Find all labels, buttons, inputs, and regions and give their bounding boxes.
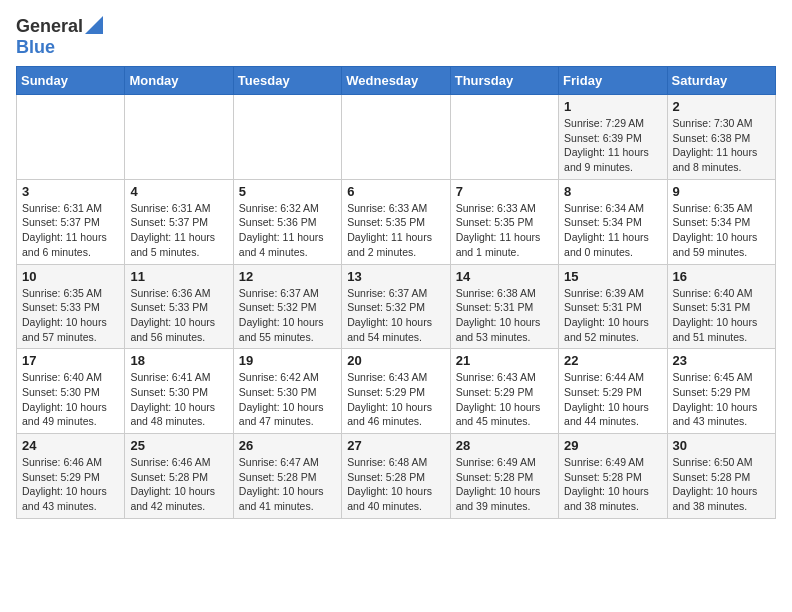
day-info: Sunrise: 7:29 AM Sunset: 6:39 PM Dayligh… [564,116,661,175]
calendar-cell: 2Sunrise: 7:30 AM Sunset: 6:38 PM Daylig… [667,95,775,180]
day-number: 21 [456,353,553,368]
week-row-5: 24Sunrise: 6:46 AM Sunset: 5:29 PM Dayli… [17,434,776,519]
week-row-2: 3Sunrise: 6:31 AM Sunset: 5:37 PM Daylig… [17,179,776,264]
calendar-cell: 5Sunrise: 6:32 AM Sunset: 5:36 PM Daylig… [233,179,341,264]
day-number: 8 [564,184,661,199]
day-info: Sunrise: 6:35 AM Sunset: 5:33 PM Dayligh… [22,286,119,345]
day-info: Sunrise: 6:40 AM Sunset: 5:31 PM Dayligh… [673,286,770,345]
logo-blue-text: Blue [16,37,55,57]
calendar-cell: 3Sunrise: 6:31 AM Sunset: 5:37 PM Daylig… [17,179,125,264]
day-number: 26 [239,438,336,453]
day-info: Sunrise: 6:39 AM Sunset: 5:31 PM Dayligh… [564,286,661,345]
header-day-wednesday: Wednesday [342,67,450,95]
week-row-1: 1Sunrise: 7:29 AM Sunset: 6:39 PM Daylig… [17,95,776,180]
day-number: 16 [673,269,770,284]
logo-general-text: General [16,16,83,37]
calendar-cell: 19Sunrise: 6:42 AM Sunset: 5:30 PM Dayli… [233,349,341,434]
day-info: Sunrise: 6:31 AM Sunset: 5:37 PM Dayligh… [130,201,227,260]
day-number: 4 [130,184,227,199]
day-number: 29 [564,438,661,453]
calendar-cell [125,95,233,180]
calendar-cell: 23Sunrise: 6:45 AM Sunset: 5:29 PM Dayli… [667,349,775,434]
day-number: 17 [22,353,119,368]
calendar-cell: 14Sunrise: 6:38 AM Sunset: 5:31 PM Dayli… [450,264,558,349]
day-info: Sunrise: 6:47 AM Sunset: 5:28 PM Dayligh… [239,455,336,514]
header-day-sunday: Sunday [17,67,125,95]
day-number: 2 [673,99,770,114]
day-info: Sunrise: 6:49 AM Sunset: 5:28 PM Dayligh… [456,455,553,514]
day-info: Sunrise: 6:49 AM Sunset: 5:28 PM Dayligh… [564,455,661,514]
day-number: 24 [22,438,119,453]
calendar-cell: 27Sunrise: 6:48 AM Sunset: 5:28 PM Dayli… [342,434,450,519]
day-number: 18 [130,353,227,368]
calendar-cell: 11Sunrise: 6:36 AM Sunset: 5:33 PM Dayli… [125,264,233,349]
calendar-cell: 22Sunrise: 6:44 AM Sunset: 5:29 PM Dayli… [559,349,667,434]
day-info: Sunrise: 6:48 AM Sunset: 5:28 PM Dayligh… [347,455,444,514]
day-info: Sunrise: 6:32 AM Sunset: 5:36 PM Dayligh… [239,201,336,260]
calendar-cell: 21Sunrise: 6:43 AM Sunset: 5:29 PM Dayli… [450,349,558,434]
header-day-thursday: Thursday [450,67,558,95]
calendar-cell: 6Sunrise: 6:33 AM Sunset: 5:35 PM Daylig… [342,179,450,264]
day-number: 23 [673,353,770,368]
page-header: General Blue [16,16,776,58]
calendar-cell: 29Sunrise: 6:49 AM Sunset: 5:28 PM Dayli… [559,434,667,519]
day-number: 14 [456,269,553,284]
calendar-cell [17,95,125,180]
day-info: Sunrise: 6:36 AM Sunset: 5:33 PM Dayligh… [130,286,227,345]
calendar-cell: 26Sunrise: 6:47 AM Sunset: 5:28 PM Dayli… [233,434,341,519]
day-info: Sunrise: 6:45 AM Sunset: 5:29 PM Dayligh… [673,370,770,429]
day-info: Sunrise: 6:38 AM Sunset: 5:31 PM Dayligh… [456,286,553,345]
day-number: 12 [239,269,336,284]
calendar-table: SundayMondayTuesdayWednesdayThursdayFrid… [16,66,776,519]
calendar-cell: 7Sunrise: 6:33 AM Sunset: 5:35 PM Daylig… [450,179,558,264]
day-info: Sunrise: 6:50 AM Sunset: 5:28 PM Dayligh… [673,455,770,514]
day-info: Sunrise: 6:46 AM Sunset: 5:29 PM Dayligh… [22,455,119,514]
calendar-header: SundayMondayTuesdayWednesdayThursdayFrid… [17,67,776,95]
logo-triangle-icon [85,16,103,34]
calendar-cell [233,95,341,180]
day-info: Sunrise: 6:41 AM Sunset: 5:30 PM Dayligh… [130,370,227,429]
day-info: Sunrise: 6:33 AM Sunset: 5:35 PM Dayligh… [456,201,553,260]
calendar-cell [450,95,558,180]
day-info: Sunrise: 7:30 AM Sunset: 6:38 PM Dayligh… [673,116,770,175]
week-row-4: 17Sunrise: 6:40 AM Sunset: 5:30 PM Dayli… [17,349,776,434]
calendar-cell: 9Sunrise: 6:35 AM Sunset: 5:34 PM Daylig… [667,179,775,264]
day-number: 28 [456,438,553,453]
day-info: Sunrise: 6:34 AM Sunset: 5:34 PM Dayligh… [564,201,661,260]
calendar-cell: 1Sunrise: 7:29 AM Sunset: 6:39 PM Daylig… [559,95,667,180]
calendar-cell: 24Sunrise: 6:46 AM Sunset: 5:29 PM Dayli… [17,434,125,519]
day-info: Sunrise: 6:44 AM Sunset: 5:29 PM Dayligh… [564,370,661,429]
header-day-friday: Friday [559,67,667,95]
calendar-cell: 8Sunrise: 6:34 AM Sunset: 5:34 PM Daylig… [559,179,667,264]
calendar-cell: 25Sunrise: 6:46 AM Sunset: 5:28 PM Dayli… [125,434,233,519]
day-number: 11 [130,269,227,284]
calendar-cell: 13Sunrise: 6:37 AM Sunset: 5:32 PM Dayli… [342,264,450,349]
week-row-3: 10Sunrise: 6:35 AM Sunset: 5:33 PM Dayli… [17,264,776,349]
day-number: 9 [673,184,770,199]
logo: General Blue [16,16,103,58]
header-day-saturday: Saturday [667,67,775,95]
header-day-monday: Monday [125,67,233,95]
day-number: 19 [239,353,336,368]
calendar-cell: 20Sunrise: 6:43 AM Sunset: 5:29 PM Dayli… [342,349,450,434]
svg-marker-0 [85,16,103,34]
day-number: 1 [564,99,661,114]
day-number: 13 [347,269,444,284]
day-number: 7 [456,184,553,199]
day-number: 15 [564,269,661,284]
day-info: Sunrise: 6:46 AM Sunset: 5:28 PM Dayligh… [130,455,227,514]
calendar-cell: 15Sunrise: 6:39 AM Sunset: 5:31 PM Dayli… [559,264,667,349]
calendar-cell: 10Sunrise: 6:35 AM Sunset: 5:33 PM Dayli… [17,264,125,349]
calendar-cell: 30Sunrise: 6:50 AM Sunset: 5:28 PM Dayli… [667,434,775,519]
day-number: 27 [347,438,444,453]
calendar-cell: 16Sunrise: 6:40 AM Sunset: 5:31 PM Dayli… [667,264,775,349]
day-info: Sunrise: 6:40 AM Sunset: 5:30 PM Dayligh… [22,370,119,429]
day-info: Sunrise: 6:31 AM Sunset: 5:37 PM Dayligh… [22,201,119,260]
day-info: Sunrise: 6:33 AM Sunset: 5:35 PM Dayligh… [347,201,444,260]
day-number: 10 [22,269,119,284]
day-number: 22 [564,353,661,368]
day-number: 6 [347,184,444,199]
day-info: Sunrise: 6:42 AM Sunset: 5:30 PM Dayligh… [239,370,336,429]
calendar-cell [342,95,450,180]
day-info: Sunrise: 6:37 AM Sunset: 5:32 PM Dayligh… [347,286,444,345]
